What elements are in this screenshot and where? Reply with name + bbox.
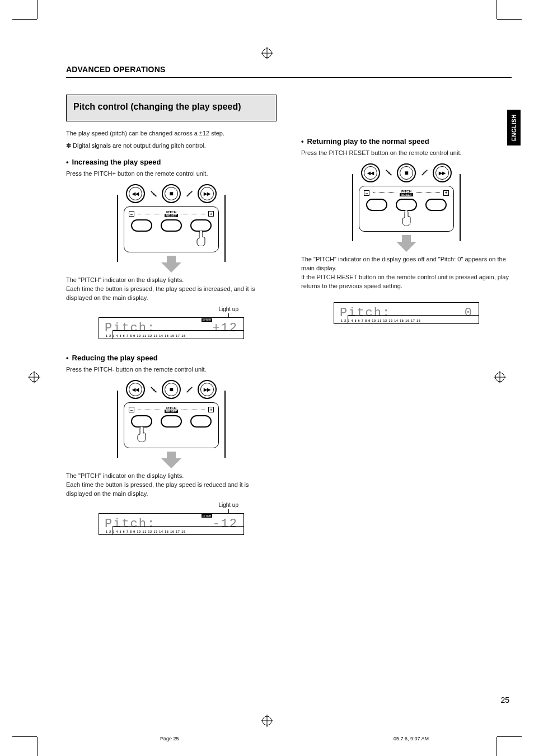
increase-heading: •Increasing the play speed <box>66 158 277 166</box>
footer-left: Page 25 <box>160 736 179 741</box>
rewind-icon: ◂◂ <box>126 184 145 203</box>
forward-icon: ▸▸ <box>198 184 217 203</box>
light-up-caption: Light up <box>218 306 238 318</box>
pitch-minus-button <box>131 219 152 232</box>
reduce-result-2: Each time the button is pressed, the pla… <box>66 481 277 499</box>
reduce-instruction: Press the PITCH- button on the remote co… <box>66 365 277 374</box>
pitch-minus-button <box>131 415 152 428</box>
svg-marker-13 <box>161 452 181 468</box>
rewind-icon: ◂◂ <box>126 380 145 399</box>
pitch-plus-button <box>190 415 212 428</box>
footer-right: 05.7.6, 9:07 AM <box>394 736 429 741</box>
lcd-display-increase: PITCH Pitch:+12 1 2 3 4 5 6 7 8 9 10 11 … <box>99 317 244 339</box>
increase-result-2: Each time the button is pressed, the pla… <box>66 285 277 303</box>
pitch-reset-button <box>161 415 182 428</box>
light-up-caption: Light up <box>218 502 238 514</box>
down-arrow-icon <box>161 256 181 273</box>
lcd-display-reduce: PITCH Pitch:-12 1 2 3 4 5 6 7 8 9 10 11 … <box>99 513 244 535</box>
down-arrow-icon <box>396 235 416 252</box>
page-number: 25 <box>500 696 509 705</box>
reset-heading: •Returning play to the normal speed <box>301 137 512 145</box>
feature-title: Pitch control (changing the play speed) <box>73 101 269 113</box>
intro-note: ✽ Digital signals are not output during … <box>66 142 277 151</box>
reset-instruction: Press the PITCH RESET button on the remo… <box>301 149 512 158</box>
svg-marker-12 <box>161 256 181 273</box>
pitch-minus-button <box>366 199 387 211</box>
reset-result-1: The "PITCH" indicator on the display goe… <box>301 255 512 273</box>
finger-press-icon <box>401 210 411 226</box>
section-heading: ADVANCED OPERATIONS <box>66 65 512 74</box>
plus-box-icon: + <box>208 211 214 217</box>
finger-press-icon <box>137 426 147 442</box>
pitch-reset-button <box>396 199 417 211</box>
remote-diagram-reset: ◂◂ ⟍ ■ ⟋ ▸▸ – PITCHRESET <box>352 163 461 252</box>
remote-diagram-increase: ◂◂ ⟍ ■ ⟋ ▸▸ – PITCHRESET <box>117 184 226 273</box>
increase-result-1: The "PITCH" indicator on the display lig… <box>66 276 277 285</box>
fold-mark-left-icon <box>28 371 40 386</box>
plus-box-icon: + <box>208 407 214 412</box>
lcd-display-reset: Pitch:0 1 2 3 4 5 6 7 8 9 10 11 12 13 14… <box>334 302 479 324</box>
remote-diagram-reduce: ◂◂ ⟍ ■ ⟋ ▸▸ – PITCHRESET <box>117 380 226 468</box>
reset-result-2: If the PITCH RESET button on the remote … <box>301 273 512 291</box>
forward-icon: ▸▸ <box>433 163 452 182</box>
fold-mark-top-icon <box>261 47 273 59</box>
pitch-indicator-tag: PITCH <box>202 318 212 322</box>
forward-icon: ▸▸ <box>198 380 217 399</box>
pitch-indicator-tag: PITCH <box>202 514 212 518</box>
increase-instruction: Press the PITCH+ button on the remote co… <box>66 170 277 179</box>
pitch-plus-button <box>190 219 212 232</box>
rewind-icon: ◂◂ <box>361 163 380 182</box>
stop-icon: ■ <box>397 163 416 182</box>
pitch-reset-button <box>161 219 182 232</box>
language-tab: ENGLISH <box>507 110 521 145</box>
plus-box-icon: + <box>443 190 449 196</box>
svg-marker-14 <box>396 235 416 252</box>
stop-icon: ■ <box>162 380 181 399</box>
pitch-plus-button <box>425 199 447 211</box>
stop-icon: ■ <box>162 184 181 203</box>
feature-box: Pitch control (changing the play speed) <box>66 95 277 121</box>
reduce-result-1: The "PITCH" indicator on the display lig… <box>66 472 277 481</box>
minus-box-icon: – <box>129 407 134 412</box>
heading-rule <box>66 77 512 78</box>
minus-box-icon: – <box>129 211 134 217</box>
intro-text: The play speed (pitch) can be changed ac… <box>66 129 277 138</box>
finger-press-icon <box>196 231 206 246</box>
minus-box-icon: – <box>364 190 369 196</box>
down-arrow-icon <box>161 452 181 468</box>
reduce-heading: •Reducing the play speed <box>66 354 277 362</box>
